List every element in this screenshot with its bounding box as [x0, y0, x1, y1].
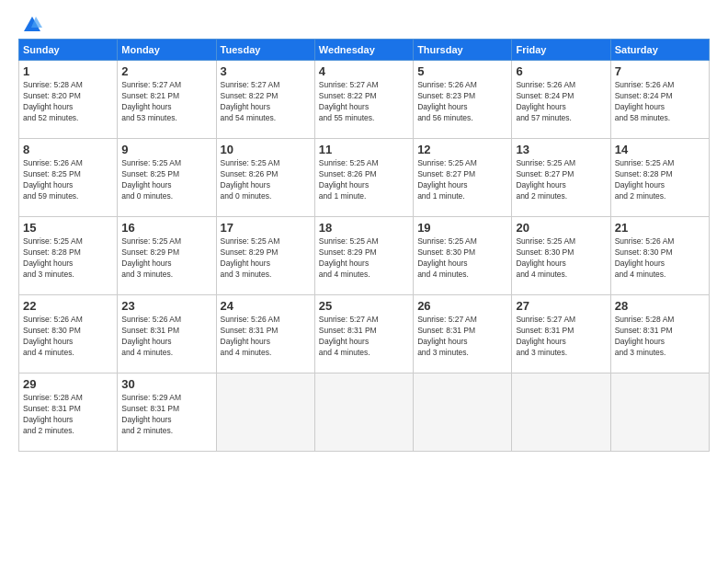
day-number: 9: [121, 143, 211, 156]
day-number: 14: [615, 143, 705, 156]
day-number: 11: [319, 143, 409, 156]
day-number: 20: [516, 221, 606, 235]
cell-info: Sunrise: 5:28 AM Sunset: 8:31 PM Dayligh…: [615, 315, 675, 357]
day-number: 18: [319, 221, 409, 235]
cell-info: Sunrise: 5:25 AM Sunset: 8:29 PM Dayligh…: [221, 236, 280, 279]
calendar-cell: 12Sunrise: 5:25 AM Sunset: 8:27 PM Dayli…: [414, 139, 512, 217]
day-number: 7: [615, 64, 705, 78]
calendar-cell: 9Sunrise: 5:25 AM Sunset: 8:25 PM Daylig…: [118, 139, 216, 217]
day-number: 21: [615, 221, 705, 235]
col-header-monday: Monday: [118, 40, 216, 61]
col-header-tuesday: Tuesday: [216, 40, 314, 61]
col-header-wednesday: Wednesday: [314, 40, 413, 61]
calendar-cell: 7Sunrise: 5:26 AM Sunset: 8:24 PM Daylig…: [610, 61, 709, 139]
calendar-cell: [610, 373, 709, 452]
cell-info: Sunrise: 5:27 AM Sunset: 8:22 PM Dayligh…: [319, 80, 379, 122]
cell-info: Sunrise: 5:25 AM Sunset: 8:28 PM Dayligh…: [615, 158, 675, 201]
col-header-thursday: Thursday: [414, 40, 512, 61]
page: SundayMondayTuesdayWednesdayThursdayFrid…: [0, 0, 728, 563]
cell-info: Sunrise: 5:27 AM Sunset: 8:21 PM Dayligh…: [121, 80, 181, 122]
cell-info: Sunrise: 5:26 AM Sunset: 8:31 PM Dayligh…: [221, 315, 280, 357]
day-number: 6: [516, 64, 606, 78]
cell-info: Sunrise: 5:29 AM Sunset: 8:31 PM Dayligh…: [121, 393, 181, 435]
cell-info: Sunrise: 5:27 AM Sunset: 8:31 PM Dayligh…: [417, 315, 477, 357]
day-number: 26: [417, 299, 507, 313]
cell-info: Sunrise: 5:25 AM Sunset: 8:26 PM Dayligh…: [221, 158, 280, 201]
cell-info: Sunrise: 5:26 AM Sunset: 8:30 PM Dayligh…: [615, 236, 675, 279]
day-number: 22: [23, 299, 113, 313]
calendar-cell: 14Sunrise: 5:25 AM Sunset: 8:28 PM Dayli…: [610, 139, 709, 217]
cell-info: Sunrise: 5:26 AM Sunset: 8:23 PM Dayligh…: [417, 80, 477, 122]
cell-info: Sunrise: 5:25 AM Sunset: 8:26 PM Dayligh…: [319, 158, 379, 201]
calendar-cell: 20Sunrise: 5:25 AM Sunset: 8:30 PM Dayli…: [512, 217, 610, 295]
day-number: 29: [23, 377, 113, 391]
day-number: 5: [417, 64, 507, 78]
calendar-cell: 30Sunrise: 5:29 AM Sunset: 8:31 PM Dayli…: [118, 373, 216, 452]
calendar-cell: 18Sunrise: 5:25 AM Sunset: 8:29 PM Dayli…: [314, 217, 413, 295]
calendar-cell: 4Sunrise: 5:27 AM Sunset: 8:22 PM Daylig…: [314, 61, 413, 139]
cell-info: Sunrise: 5:25 AM Sunset: 8:30 PM Dayligh…: [417, 236, 477, 279]
calendar-cell: 3Sunrise: 5:27 AM Sunset: 8:22 PM Daylig…: [216, 61, 314, 139]
logo: [18, 15, 42, 31]
day-number: 12: [417, 143, 507, 156]
calendar-cell: 8Sunrise: 5:26 AM Sunset: 8:25 PM Daylig…: [19, 139, 118, 217]
calendar-cell: 28Sunrise: 5:28 AM Sunset: 8:31 PM Dayli…: [610, 295, 709, 373]
calendar-cell: 26Sunrise: 5:27 AM Sunset: 8:31 PM Dayli…: [414, 295, 512, 373]
calendar-cell: 11Sunrise: 5:25 AM Sunset: 8:26 PM Dayli…: [314, 139, 413, 217]
calendar-cell: 27Sunrise: 5:27 AM Sunset: 8:31 PM Dayli…: [512, 295, 610, 373]
calendar-cell: 6Sunrise: 5:26 AM Sunset: 8:24 PM Daylig…: [512, 61, 610, 139]
calendar-cell: [216, 373, 314, 452]
header: [18, 15, 710, 31]
calendar-cell: 21Sunrise: 5:26 AM Sunset: 8:30 PM Dayli…: [610, 217, 709, 295]
col-header-friday: Friday: [512, 40, 610, 61]
calendar-cell: 25Sunrise: 5:27 AM Sunset: 8:31 PM Dayli…: [314, 295, 413, 373]
calendar-cell: 5Sunrise: 5:26 AM Sunset: 8:23 PM Daylig…: [414, 61, 512, 139]
day-number: 30: [121, 377, 211, 391]
calendar-cell: 16Sunrise: 5:25 AM Sunset: 8:29 PM Dayli…: [118, 217, 216, 295]
cell-info: Sunrise: 5:26 AM Sunset: 8:24 PM Dayligh…: [615, 80, 675, 122]
day-number: 28: [615, 299, 705, 313]
calendar-cell: 10Sunrise: 5:25 AM Sunset: 8:26 PM Dayli…: [216, 139, 314, 217]
calendar-cell: [314, 373, 413, 452]
calendar-cell: 2Sunrise: 5:27 AM Sunset: 8:21 PM Daylig…: [118, 61, 216, 139]
calendar-cell: 15Sunrise: 5:25 AM Sunset: 8:28 PM Dayli…: [19, 217, 118, 295]
cell-info: Sunrise: 5:27 AM Sunset: 8:31 PM Dayligh…: [516, 315, 575, 357]
col-header-saturday: Saturday: [610, 40, 709, 61]
calendar-cell: 22Sunrise: 5:26 AM Sunset: 8:30 PM Dayli…: [19, 295, 118, 373]
day-number: 25: [319, 299, 409, 313]
cell-info: Sunrise: 5:25 AM Sunset: 8:29 PM Dayligh…: [121, 236, 181, 279]
day-number: 23: [121, 299, 211, 313]
day-number: 3: [221, 64, 311, 78]
day-number: 13: [516, 143, 606, 156]
cell-info: Sunrise: 5:25 AM Sunset: 8:25 PM Dayligh…: [121, 158, 181, 201]
cell-info: Sunrise: 5:26 AM Sunset: 8:24 PM Dayligh…: [516, 80, 575, 122]
day-number: 15: [23, 221, 113, 235]
day-number: 4: [319, 64, 409, 78]
calendar-cell: 13Sunrise: 5:25 AM Sunset: 8:27 PM Dayli…: [512, 139, 610, 217]
day-number: 19: [417, 221, 507, 235]
calendar-cell: [414, 373, 512, 452]
cell-info: Sunrise: 5:27 AM Sunset: 8:31 PM Dayligh…: [319, 315, 379, 357]
day-number: 10: [221, 143, 311, 156]
cell-info: Sunrise: 5:26 AM Sunset: 8:30 PM Dayligh…: [23, 315, 83, 357]
cell-info: Sunrise: 5:25 AM Sunset: 8:29 PM Dayligh…: [319, 236, 379, 279]
cell-info: Sunrise: 5:28 AM Sunset: 8:20 PM Dayligh…: [23, 80, 83, 122]
calendar-cell: 17Sunrise: 5:25 AM Sunset: 8:29 PM Dayli…: [216, 217, 314, 295]
calendar-cell: 19Sunrise: 5:25 AM Sunset: 8:30 PM Dayli…: [414, 217, 512, 295]
calendar-cell: 1Sunrise: 5:28 AM Sunset: 8:20 PM Daylig…: [19, 61, 118, 139]
day-number: 8: [23, 143, 113, 156]
day-number: 17: [221, 221, 311, 235]
cell-info: Sunrise: 5:25 AM Sunset: 8:28 PM Dayligh…: [23, 236, 83, 279]
cell-info: Sunrise: 5:25 AM Sunset: 8:27 PM Dayligh…: [516, 158, 575, 201]
calendar-cell: [512, 373, 610, 452]
cell-info: Sunrise: 5:27 AM Sunset: 8:22 PM Dayligh…: [221, 80, 280, 122]
col-header-sunday: Sunday: [19, 40, 118, 61]
cell-info: Sunrise: 5:28 AM Sunset: 8:31 PM Dayligh…: [23, 393, 83, 435]
cell-info: Sunrise: 5:25 AM Sunset: 8:30 PM Dayligh…: [516, 236, 575, 279]
cell-info: Sunrise: 5:25 AM Sunset: 8:27 PM Dayligh…: [417, 158, 477, 201]
calendar-cell: 23Sunrise: 5:26 AM Sunset: 8:31 PM Dayli…: [118, 295, 216, 373]
cell-info: Sunrise: 5:26 AM Sunset: 8:25 PM Dayligh…: [23, 158, 83, 201]
day-number: 16: [121, 221, 211, 235]
day-number: 2: [121, 64, 211, 78]
calendar-table: SundayMondayTuesdayWednesdayThursdayFrid…: [18, 39, 710, 452]
